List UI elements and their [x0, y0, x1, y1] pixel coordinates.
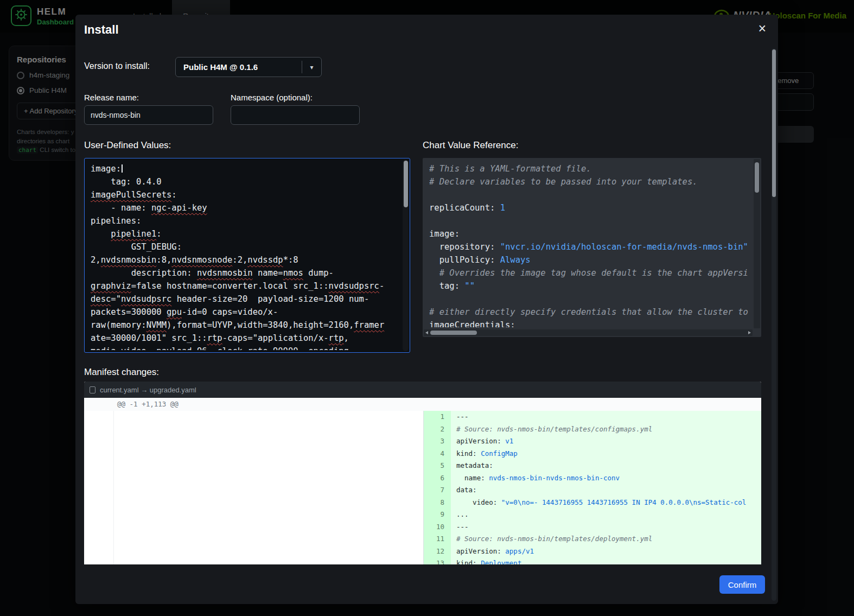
- diff-row: 10---: [84, 521, 761, 534]
- diff-row: 11# Source: nvds-nmos-bin/templates/depl…: [84, 533, 761, 545]
- release-name-label: Release name:: [84, 93, 139, 102]
- diff-row: 6 name: nvds-nmos-bin-nvds-nmos-bin-conv: [84, 472, 761, 485]
- version-selected-value: Public H4M @ 0.1.6: [176, 62, 302, 72]
- diff-file-header: current.yaml → upgraded.yaml: [84, 382, 761, 398]
- scrollbar-thumb[interactable]: [772, 49, 776, 197]
- user-values-editor[interactable]: image: tag: 0.4.0imagePullSecrets: - nam…: [84, 158, 410, 353]
- scrollbar-thumb[interactable]: [404, 161, 408, 207]
- diff-row: 9...: [84, 509, 761, 521]
- diff-row: 7data:: [84, 484, 761, 497]
- diff-row: 1---: [84, 411, 761, 423]
- version-select[interactable]: Public H4M @ 0.1.6 ▾: [175, 57, 322, 77]
- install-modal: Install × Version to install: Public H4M…: [75, 15, 778, 604]
- namespace-label: Namespace (optional):: [231, 93, 313, 102]
- manifest-diff-viewer: current.yaml → upgraded.yaml @@ -1 +1,11…: [84, 382, 761, 583]
- manifest-heading: Manifest changes:: [84, 367, 159, 378]
- diff-row: 12apiVersion: apps/v1: [84, 545, 761, 558]
- modal-footer: Confirm: [75, 564, 778, 604]
- modal-title: Install: [84, 23, 119, 37]
- close-icon[interactable]: ×: [758, 22, 766, 35]
- scrollbar-thumb[interactable]: [430, 331, 477, 335]
- chart-ref-heading: Chart Value Reference:: [423, 140, 518, 151]
- chart-ref-box: # This is a YAML-formatted file.# Declar…: [423, 158, 761, 337]
- chart-ref-hscrollbar[interactable]: [424, 329, 753, 336]
- scroll-left-arrow-icon[interactable]: [425, 331, 428, 334]
- user-values-heading: User-Defined Values:: [84, 140, 171, 151]
- diff-table: @@ -1 +1,113 @@1---2# Source: nvds-nmos-…: [84, 398, 761, 570]
- namespace-input[interactable]: [231, 105, 360, 125]
- user-values-scrollbar[interactable]: [403, 160, 409, 351]
- release-name-input[interactable]: [84, 105, 213, 125]
- chevron-down-icon: ▾: [302, 63, 321, 71]
- diff-row: 3apiVersion: v1: [84, 435, 761, 448]
- diff-hunk-row: @@ -1 +1,113 @@: [84, 398, 761, 411]
- text-caret: [122, 164, 123, 173]
- version-label: Version to install:: [84, 61, 150, 71]
- diff-row: 8 video: "v=0\no=- 1443716955 1443716955…: [84, 497, 761, 509]
- scroll-right-arrow-icon[interactable]: [748, 331, 751, 334]
- modal-scrollbar[interactable]: [772, 48, 776, 601]
- confirm-button[interactable]: Confirm: [719, 575, 765, 594]
- diff-row: 2# Source: nvds-nmos-bin/templates/confi…: [84, 423, 761, 436]
- chart-ref-vscrollbar[interactable]: [754, 159, 760, 328]
- diff-row: 4kind: ConfigMap: [84, 448, 761, 460]
- scrollbar-thumb[interactable]: [755, 162, 759, 193]
- file-icon: [90, 386, 95, 393]
- chart-ref-content: # This is a YAML-formatted file.# Declar…: [429, 162, 750, 327]
- user-values-content: image: tag: 0.4.0imagePullSecrets: - nam…: [91, 162, 399, 350]
- diff-file-names: current.yaml → upgraded.yaml: [100, 386, 196, 394]
- diff-row: 5metadata:: [84, 460, 761, 472]
